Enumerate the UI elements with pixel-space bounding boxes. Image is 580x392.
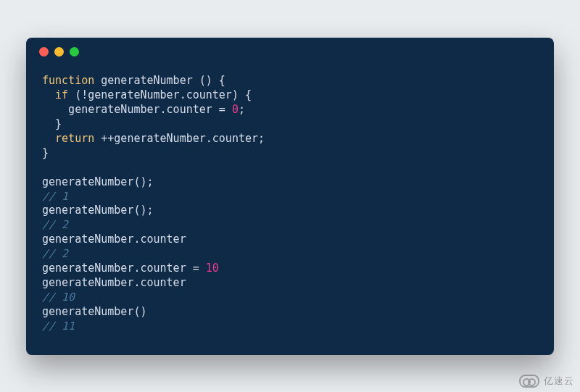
- code-token: generateNumber.counter: [42, 276, 186, 289]
- code-token: // 2: [42, 247, 68, 260]
- code-line: generateNumber.counter = 0;: [42, 103, 538, 117]
- code-token: generateNumber.counter =: [42, 262, 206, 275]
- code-token: function: [42, 74, 94, 87]
- code-token: () {: [199, 74, 225, 87]
- code-token: generateNumber();: [42, 204, 154, 217]
- code-line: }: [42, 146, 538, 161]
- code-line: generateNumber.counter: [42, 276, 538, 291]
- code-token: // 10: [42, 291, 75, 304]
- cloud-logo-icon: [519, 375, 539, 388]
- code-line: generateNumber();: [42, 204, 538, 218]
- code-token: ++generateNumber.counter;: [94, 132, 265, 145]
- code-token: generateNumber.counter: [42, 233, 186, 246]
- code-window: function generateNumber () { if (!genera…: [26, 38, 554, 355]
- code-line: // 2: [42, 247, 538, 262]
- code-line: generateNumber();: [42, 175, 538, 190]
- code-token: [42, 88, 55, 101]
- code-line: // 1: [42, 190, 538, 204]
- code-line: // 2: [42, 218, 538, 233]
- code-token: // 1: [42, 190, 68, 203]
- code-line: [42, 161, 538, 175]
- code-line: if (!generateNumber.counter) {: [42, 88, 538, 103]
- code-token: generateNumber.counter =: [42, 103, 232, 116]
- code-line: return ++generateNumber.counter;: [42, 132, 538, 146]
- code-token: (!generateNumber.counter) {: [68, 88, 252, 101]
- code-block: function generateNumber () { if (!genera…: [26, 65, 554, 347]
- code-token: // 11: [42, 320, 75, 333]
- code-token: [42, 132, 55, 145]
- watermark-text: 亿速云: [544, 375, 574, 388]
- code-token: if: [55, 88, 68, 101]
- code-line: generateNumber.counter = 10: [42, 262, 538, 276]
- code-token: [193, 74, 199, 87]
- zoom-dot-icon: [70, 47, 79, 57]
- code-line: function generateNumber () {: [42, 74, 538, 88]
- code-token: }: [42, 117, 62, 130]
- code-token: 10: [206, 262, 219, 275]
- code-token: ;: [239, 103, 245, 116]
- watermark: 亿速云: [519, 375, 574, 388]
- code-token: 0: [232, 103, 239, 116]
- code-token: generateNumber();: [42, 175, 154, 188]
- close-dot-icon: [39, 47, 49, 57]
- code-token: return: [55, 132, 94, 145]
- code-token: generateNumber(): [42, 305, 147, 318]
- code-line: // 11: [42, 320, 538, 334]
- code-line: }: [42, 117, 538, 132]
- code-line: generateNumber.counter: [42, 233, 538, 247]
- window-titlebar: [26, 38, 554, 65]
- code-token: [94, 74, 101, 87]
- code-token: // 2: [42, 218, 68, 231]
- code-line: // 10: [42, 291, 538, 305]
- code-token: }: [42, 146, 49, 159]
- minimize-dot-icon: [54, 47, 64, 57]
- code-line: generateNumber(): [42, 305, 538, 320]
- code-token: generateNumber: [101, 74, 192, 87]
